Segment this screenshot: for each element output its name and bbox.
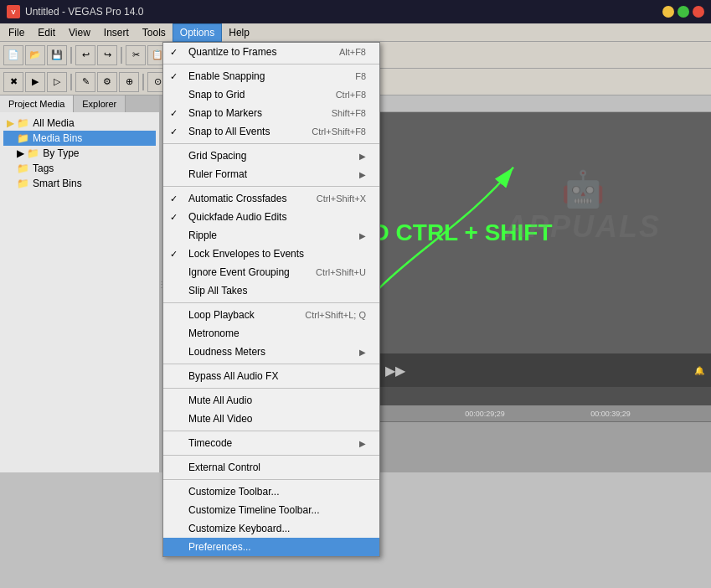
app-icon: V <box>7 5 20 18</box>
menu-option-customize-keyboard[interactable]: Customize Keyboard... <box>163 519 379 538</box>
ruler-format-arrow: ▶ <box>359 170 366 179</box>
toolbar2-sep2 <box>142 74 144 90</box>
ruler-mark-2: 00:00:29;29 <box>465 410 505 418</box>
timecode-arrow: ▶ <box>359 439 366 448</box>
toolbar2-btn1[interactable]: ✖ <box>3 72 23 92</box>
menu-option-loudness-meters[interactable]: Loudness Meters ▶ <box>163 343 379 361</box>
menu-option-mute-video[interactable]: Mute All Video <box>163 410 379 428</box>
media-tree: ▶ 📁 All Media 📁 Media Bins ▶ 📁 By Type 📁… <box>0 112 159 472</box>
sep-5 <box>163 364 379 364</box>
sep-7 <box>163 431 379 431</box>
grid-spacing-arrow: ▶ <box>359 152 366 161</box>
toolbar-sep2 <box>121 47 122 64</box>
sep-6 <box>163 388 379 389</box>
menu-bar: File Edit View Insert Tools Options Help <box>0 23 711 42</box>
sep-1 <box>163 64 379 64</box>
tree-by-type[interactable]: ▶ 📁 By Type <box>3 146 156 161</box>
menu-insert[interactable]: Insert <box>97 23 136 42</box>
tree-all-media[interactable]: ▶ 📁 All Media <box>3 116 156 131</box>
loudness-meters-arrow: ▶ <box>359 348 366 357</box>
menu-option-ripple[interactable]: Ripple ▶ <box>163 226 379 245</box>
transport-flag: 🔔 <box>694 366 704 375</box>
folder-icon-smart-bins: 📁 <box>17 178 29 189</box>
transport-forward[interactable]: ▶▶ <box>382 361 409 380</box>
toolbar2-btn2[interactable]: ▶ <box>25 72 45 92</box>
tree-smart-bins[interactable]: 📁 Smart Bins <box>3 176 156 191</box>
close-button[interactable] <box>693 6 704 18</box>
folder-icon-tags: 📁 <box>17 162 29 174</box>
menu-view[interactable]: View <box>62 23 97 42</box>
tab-project-media[interactable]: Project Media <box>0 95 74 112</box>
menu-option-preferences[interactable]: Preferences... <box>163 538 379 556</box>
sep-9 <box>163 479 379 480</box>
folder-icon-media-bins: 📁 <box>17 132 29 144</box>
menu-option-ignore-grouping[interactable]: Ignore Event Grouping Ctrl+Shift+U <box>163 263 379 281</box>
menu-tools[interactable]: Tools <box>136 23 173 42</box>
menu-option-quantize-frames[interactable]: Quantize to Frames Alt+F8 <box>163 43 379 61</box>
window-title: Untitled - VEGAS Pro 14.0 <box>25 6 143 18</box>
folder-icon-by-type: ▶ 📁 <box>17 147 39 159</box>
left-panel: Project Media Explorer ▶ 📁 All Media 📁 M… <box>0 95 159 472</box>
menu-option-enable-snapping[interactable]: Enable Snapping F8 <box>163 67 379 85</box>
tab-explorer[interactable]: Explorer <box>74 95 126 112</box>
folder-icon-all-media: ▶ 📁 <box>7 117 29 129</box>
menu-option-quickfade[interactable]: Quickfade Audio Edits <box>163 208 379 226</box>
menu-option-timecode[interactable]: Timecode ▶ <box>163 434 379 452</box>
menu-option-ruler-format[interactable]: Ruler Format ▶ <box>163 165 379 183</box>
sep-2 <box>163 143 379 144</box>
menu-option-snap-markers[interactable]: Snap to Markers Shift+F8 <box>163 104 379 122</box>
toolbar-sep1 <box>70 47 72 64</box>
menu-option-customize-toolbar[interactable]: Customize Toolbar... <box>163 482 379 501</box>
menu-option-external-control[interactable]: External Control <box>163 458 379 477</box>
toolbar-save[interactable]: 💾 <box>47 45 67 65</box>
toolbar2-btn3[interactable]: ▷ <box>47 72 67 92</box>
toolbar-cut[interactable]: ✂ <box>126 45 146 65</box>
toolbar2-btn4[interactable]: ✎ <box>75 72 95 92</box>
toolbar-undo[interactable]: ↩ <box>75 45 95 65</box>
menu-option-loop-playback[interactable]: Loop Playback Ctrl+Shift+L; Q <box>163 306 379 324</box>
menu-option-snap-events[interactable]: Snap to All Events Ctrl+Shift+F8 <box>163 122 379 141</box>
ripple-arrow: ▶ <box>359 231 366 240</box>
toolbar2-sep1 <box>70 74 72 90</box>
watermark-logo: 🤖 <box>505 168 661 209</box>
tree-media-bins[interactable]: 📁 Media Bins <box>3 131 156 146</box>
title-bar: V Untitled - VEGAS Pro 14.0 <box>0 0 711 23</box>
menu-file[interactable]: File <box>2 23 31 42</box>
window-controls <box>662 6 704 18</box>
menu-option-customize-timeline[interactable]: Customize Timeline Toolbar... <box>163 501 379 519</box>
ruler-mark-3: 00:00:39;29 <box>590 410 631 418</box>
menu-help[interactable]: Help <box>222 23 256 42</box>
toolbar2-btn6[interactable]: ⊕ <box>119 72 139 92</box>
menu-option-mute-audio[interactable]: Mute All Audio <box>163 391 379 410</box>
toolbar-redo[interactable]: ↪ <box>97 45 117 65</box>
menu-edit[interactable]: Edit <box>31 23 62 42</box>
toolbar-new[interactable]: 📄 <box>3 45 23 65</box>
options-dropdown: Quantize to Frames Alt+F8 Enable Snappin… <box>162 42 380 557</box>
menu-option-grid-spacing[interactable]: Grid Spacing ▶ <box>163 147 379 165</box>
menu-option-metronome[interactable]: Metronome <box>163 324 379 343</box>
minimize-button[interactable] <box>662 6 674 18</box>
toolbar-open[interactable]: 📂 <box>25 45 45 65</box>
toolbar2-btn5[interactable]: ⚙ <box>97 72 117 92</box>
menu-option-snap-grid[interactable]: Snap to Grid Ctrl+F8 <box>163 85 379 104</box>
sep-8 <box>163 455 379 456</box>
menu-option-auto-crossfades[interactable]: Automatic Crossfades Ctrl+Shift+X <box>163 189 379 208</box>
menu-options[interactable]: Options <box>173 23 222 42</box>
sep-3 <box>163 186 379 187</box>
menu-option-bypass-audio-fx[interactable]: Bypass All Audio FX <box>163 367 379 385</box>
maximize-button[interactable] <box>678 6 689 18</box>
sep-4 <box>163 302 379 303</box>
tree-tags[interactable]: 📁 Tags <box>3 161 156 176</box>
menu-option-slip-takes[interactable]: Slip All Takes <box>163 281 379 300</box>
panel-tabs: Project Media Explorer <box>0 95 159 112</box>
menu-option-lock-envelopes[interactable]: Lock Envelopes to Events <box>163 245 379 263</box>
